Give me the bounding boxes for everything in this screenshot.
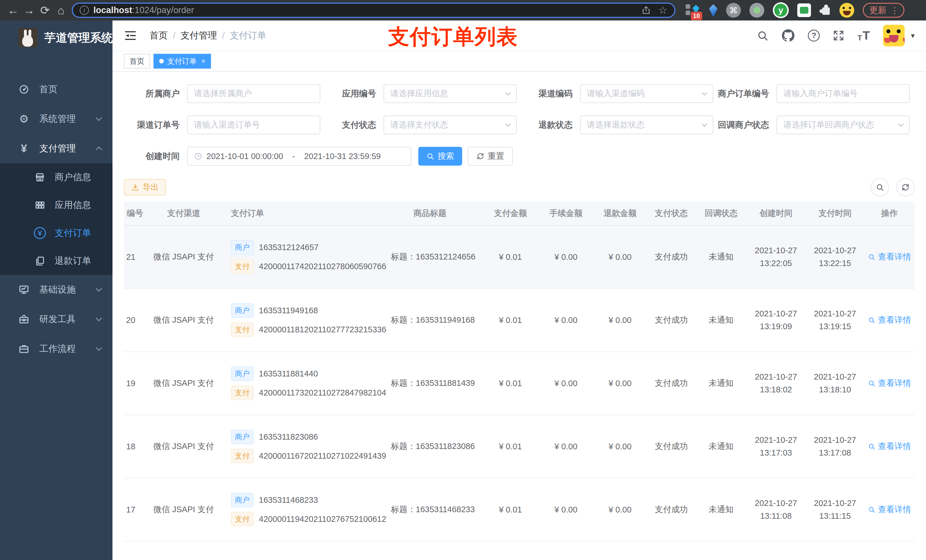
sidebar-item-dev-tools[interactable]: 研发工具 xyxy=(0,305,112,334)
merchant-input[interactable]: 请选择所属商户 xyxy=(187,84,320,103)
home-icon[interactable]: ⌂ xyxy=(53,4,69,17)
url-bar[interactable]: i localhost:1024/pay/order ☆ xyxy=(72,3,675,18)
gear-icon: ⚙ xyxy=(18,113,30,125)
field-channel-code: 渠道编码 请输入渠道编码 xyxy=(517,84,713,103)
back-icon[interactable]: ← xyxy=(5,4,21,17)
pay-tag: 支付 xyxy=(231,386,254,400)
channel-order-no-input[interactable]: 请输入渠道订单号 xyxy=(187,116,320,134)
avatar[interactable] xyxy=(883,25,905,46)
col-action: 操作 xyxy=(864,201,915,225)
command-extension-icon[interactable]: ⌘ xyxy=(726,3,741,18)
table-row: 21 微信 JSAPI 支付 商户1635312124657 支付4200001… xyxy=(124,225,915,288)
app-select[interactable]: 请选择应用信息 xyxy=(384,84,517,103)
tab-home[interactable]: 首页 xyxy=(124,54,150,69)
export-button[interactable]: 导出 xyxy=(124,179,166,195)
export-button-label: 导出 xyxy=(143,182,159,193)
dot-extension-icon[interactable] xyxy=(749,3,764,18)
close-icon[interactable]: × xyxy=(201,57,205,65)
chevron-down-icon xyxy=(96,315,102,322)
reset-button[interactable]: 重置 xyxy=(468,147,513,166)
puzzle-extensions-icon[interactable] xyxy=(820,5,831,16)
view-detail-link[interactable]: 查看详情 xyxy=(868,504,911,515)
browser-update-button[interactable]: 更新 ⋮ xyxy=(863,3,904,18)
avatar-caret-icon[interactable]: ▾ xyxy=(911,31,915,40)
browser-menu-icon[interactable]: ⋮ xyxy=(890,5,899,15)
field-refund-status: 退款状态 请选择退款状态 xyxy=(517,116,713,134)
bookmark-star-icon[interactable]: ☆ xyxy=(658,4,667,16)
view-detail-link[interactable]: 查看详情 xyxy=(868,314,911,326)
filter-row-1: 所属商户 请选择所属商户 应用编号 请选择应用信息 渠道编码 请输入渠道编码 商… xyxy=(124,84,915,103)
search-icon xyxy=(876,183,884,192)
field-label: 商户订单编号 xyxy=(713,88,776,100)
chevron-up-icon xyxy=(96,146,102,153)
share-icon[interactable] xyxy=(641,5,651,15)
refund-status-select[interactable]: 请选择退款状态 xyxy=(580,116,713,134)
sidebar-item-system[interactable]: ⚙ 系统管理 xyxy=(0,104,112,134)
pay-status-select[interactable]: 请选择支付状态 xyxy=(384,116,517,134)
view-detail-link[interactable]: 查看详情 xyxy=(868,377,911,389)
sidebar-collapse-icon[interactable] xyxy=(124,29,137,42)
toolbox-icon xyxy=(18,314,30,325)
documents-icon xyxy=(33,255,46,266)
sidebar-item-home[interactable]: 首页 xyxy=(0,74,112,104)
merchant-tag: 商户 xyxy=(231,493,254,507)
sidebar-item-label: 基础设施 xyxy=(39,284,76,296)
view-detail-link[interactable]: 查看详情 xyxy=(868,441,911,452)
chevron-down-icon xyxy=(96,115,102,121)
sidebar-item-workflow[interactable]: 工作流程 xyxy=(0,334,112,364)
sidebar-item-payment[interactable]: ¥ 支付管理 xyxy=(0,134,112,163)
shop-icon xyxy=(33,172,46,183)
view-detail-link[interactable]: 查看详情 xyxy=(868,251,911,263)
github-icon[interactable] xyxy=(782,29,795,42)
fullscreen-icon[interactable] xyxy=(833,30,844,41)
search-icon xyxy=(868,380,875,387)
sidebar-item-merchant-info[interactable]: 商户信息 xyxy=(0,163,112,191)
tab-label: 首页 xyxy=(130,56,144,66)
extension-badge-icon[interactable]: 10 xyxy=(685,3,701,18)
field-notify-status: 回调商户状态 请选择订单回调商户状态 xyxy=(713,116,910,134)
table-toolbar: 导出 xyxy=(124,178,915,196)
col-channel: 支付渠道 xyxy=(150,201,218,225)
logo-rabbit-avatar xyxy=(18,28,38,47)
site-info-icon[interactable]: i xyxy=(80,6,89,15)
kite-extension-icon[interactable] xyxy=(709,4,717,16)
logo-area[interactable]: 芋道管理系统 xyxy=(0,21,112,54)
breadcrumb-payment[interactable]: 支付管理 xyxy=(180,29,217,42)
active-dot-icon xyxy=(159,59,164,63)
merchant-order-no-input[interactable]: 请输入商户订单编号 xyxy=(776,84,910,103)
refresh-table-button[interactable] xyxy=(896,178,915,196)
reload-icon[interactable]: ⟳ xyxy=(37,4,53,17)
breadcrumb-home[interactable]: 首页 xyxy=(150,29,168,42)
table-row: 19 微信 JSAPI 支付 商户1635311881440 支付4200001… xyxy=(124,352,915,415)
page-content: 所属商户 请选择所属商户 应用编号 请选择应用信息 渠道编码 请输入渠道编码 商… xyxy=(112,72,926,560)
channel-code-select[interactable]: 请输入渠道编码 xyxy=(580,84,713,103)
tab-pay-order[interactable]: 支付订单 × xyxy=(153,54,211,69)
toggle-search-button[interactable] xyxy=(871,178,889,196)
pay-tag: 支付 xyxy=(231,512,254,527)
yudao-extension-icon[interactable]: y xyxy=(773,2,789,18)
help-icon[interactable]: ? xyxy=(808,30,820,42)
search-button[interactable]: 搜索 xyxy=(418,147,462,166)
font-size-icon[interactable]: TT xyxy=(857,29,870,42)
field-label: 应用编号 xyxy=(320,88,384,100)
date-end: 2021-10-31 23:59:59 xyxy=(304,152,381,161)
date-range-input[interactable]: 2021-10-01 00:00:00 - 2021-10-31 23:59:5… xyxy=(187,147,412,166)
chat-extension-icon[interactable] xyxy=(797,3,811,17)
briefcase-icon xyxy=(18,343,30,354)
table-row: 18 微信 JSAPI 支付 商户1635311823086 支付4200001… xyxy=(124,415,915,478)
sidebar-item-pay-order[interactable]: ¥ 支付订单 xyxy=(0,219,112,247)
forward-icon[interactable]: → xyxy=(21,4,37,17)
col-notify: 回调状态 xyxy=(696,201,746,225)
sidebar-item-refund-order[interactable]: 退款订单 xyxy=(0,247,112,275)
sidebar-menu: 首页 ⚙ 系统管理 ¥ 支付管理 商户信息 应用信息 xyxy=(0,74,112,364)
sidebar-item-infrastructure[interactable]: 基础设施 xyxy=(0,275,112,305)
emoji-profile-icon[interactable] xyxy=(840,3,854,18)
sidebar-item-app-info[interactable]: 应用信息 xyxy=(0,191,112,219)
notify-status-select[interactable]: 请选择订单回调商户状态 xyxy=(776,116,910,134)
monitor-icon xyxy=(18,284,30,295)
reset-button-label: 重置 xyxy=(488,151,504,162)
tag-views-bar: 首页 支付订单 × xyxy=(112,51,926,72)
pay-tag: 支付 xyxy=(231,449,254,463)
search-icon[interactable] xyxy=(757,30,769,42)
field-create-time: 创建时间 2021-10-01 00:00:00 - 2021-10-31 23… xyxy=(124,147,412,166)
